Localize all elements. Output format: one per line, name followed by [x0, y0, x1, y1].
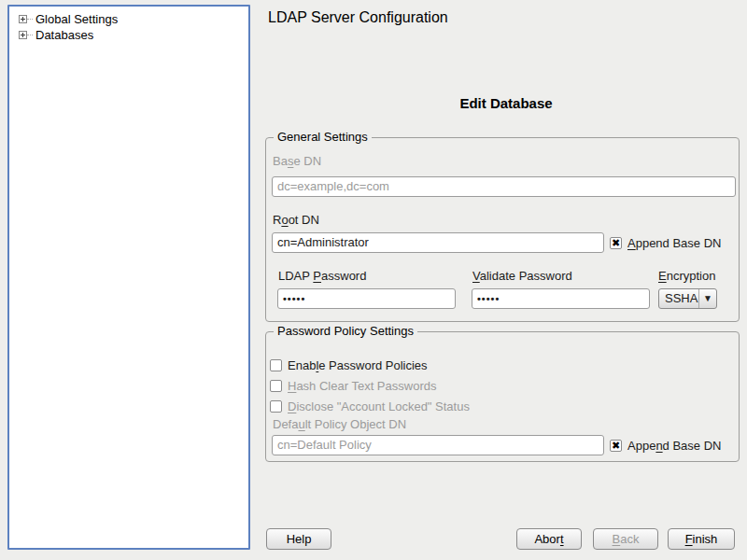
disclose-account-locked-label: Disclose "Account Locked" Status [288, 399, 470, 413]
hash-clear-text-label: Hash Clear Text Passwords [288, 379, 436, 393]
encryption-combobox[interactable]: SSHA ▼ [658, 288, 717, 309]
default-policy-dn-input: cn=Default Policy [272, 435, 604, 455]
append-base-dn-label: Append Base DN [627, 236, 721, 250]
combo-dropdown-button[interactable]: ▼ [698, 289, 716, 308]
ldap-server-configuration-dialog: Global Settings Databases LDAP Server Co… [0, 0, 747, 560]
checkbox-box[interactable]: ✖ [610, 440, 622, 452]
enable-password-policies-checkbox[interactable]: Enable Password Policies [270, 358, 428, 372]
append-base-dn-checkbox-policy[interactable]: ✖ Append Base DN [610, 439, 721, 453]
navigation-tree[interactable]: Global Settings Databases [7, 5, 250, 550]
encryption-selected-value: SSHA [659, 289, 698, 308]
checkbox-check-icon: ✖ [612, 238, 620, 248]
tree-item-databases[interactable]: Databases [13, 27, 245, 43]
expand-plus-icon[interactable] [19, 15, 27, 23]
checkbox-box [270, 400, 282, 413]
ldap-password-label: LDAP Password [278, 269, 366, 283]
encryption-label: Encryption [658, 269, 715, 283]
general-settings-legend: General Settings [274, 130, 372, 144]
back-button: Back [593, 528, 658, 550]
checkbox-box[interactable]: ✖ [610, 237, 622, 249]
help-button[interactable]: Help [266, 528, 331, 550]
tree-connector-line [27, 19, 33, 20]
validate-password-label: Validate Password [472, 269, 572, 283]
tree-connector-line [27, 35, 33, 35]
expand-plus-icon[interactable] [19, 31, 27, 39]
default-policy-dn-label: Default Policy Object DN [273, 417, 406, 431]
append-base-dn-label: Append Base DN [627, 439, 721, 453]
ldap-password-input[interactable]: ••••• [277, 288, 456, 309]
tree-item-label[interactable]: Databases [35, 28, 93, 42]
chevron-down-icon: ▼ [703, 294, 712, 303]
page-heading: Edit Database [265, 95, 747, 111]
base-dn-input: dc=example,dc=com [272, 176, 736, 197]
enable-password-policies-label: Enable Password Policies [288, 358, 428, 372]
tree-item-global-settings[interactable]: Global Settings [13, 11, 245, 27]
dialog-title: LDAP Server Configuration [268, 9, 448, 26]
finish-button[interactable]: Finish [668, 528, 735, 550]
checkbox-box[interactable] [270, 359, 282, 371]
abort-button[interactable]: Abort [516, 528, 582, 550]
checkbox-check-icon: ✖ [612, 441, 620, 451]
base-dn-label: Base DN [273, 154, 321, 168]
root-dn-input[interactable]: cn=Administrator [272, 232, 604, 253]
validate-password-input[interactable]: ••••• [472, 288, 650, 309]
password-policy-legend: Password Policy Settings [274, 324, 417, 338]
append-base-dn-checkbox-root[interactable]: ✖ Append Base DN [610, 236, 721, 250]
checkbox-box [270, 380, 282, 392]
disclose-account-locked-checkbox: Disclose "Account Locked" Status [270, 399, 470, 413]
tree-item-label[interactable]: Global Settings [35, 12, 118, 26]
root-dn-label: Root DN [273, 213, 319, 227]
hash-clear-text-checkbox: Hash Clear Text Passwords [270, 379, 436, 393]
